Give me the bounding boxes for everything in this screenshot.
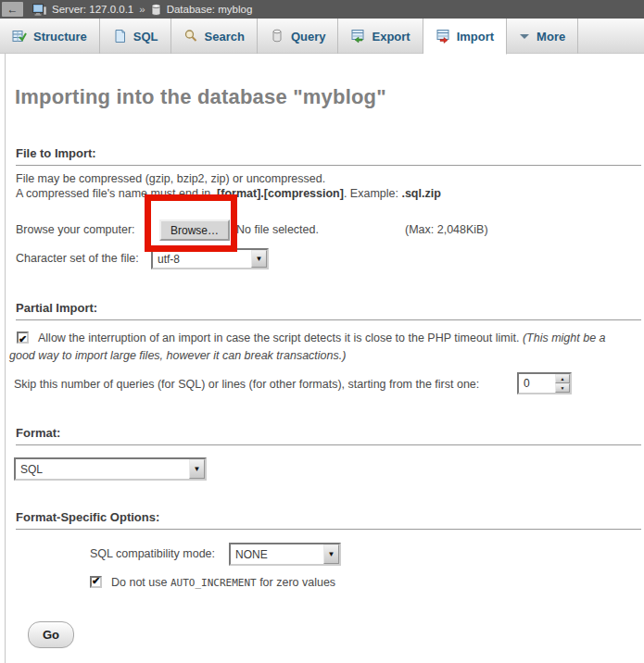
skip-queries-label: Skip this number of queries (for SQL) or… [14, 378, 479, 391]
breadcrumb-database[interactable]: Database: myblog [167, 4, 253, 15]
export-icon [350, 29, 365, 44]
sql-compat-selected-value: NONE [231, 548, 323, 561]
section-heading-file-to-import: File to Import: [16, 146, 641, 166]
tab-label: SQL [133, 30, 158, 44]
content-left-border [5, 54, 6, 663]
charset-label: Character set of the file: [16, 252, 139, 265]
tab-label: Search [205, 30, 245, 44]
tab-bar: Structure SQL Search Query Export [0, 19, 644, 54]
tab-query[interactable]: Query [258, 19, 339, 54]
zero-values-code: AUTO_INCREMENT [170, 577, 257, 589]
dropdown-arrow-icon[interactable]: ▼ [189, 459, 205, 479]
dropdown-arrow-icon[interactable]: ▼ [251, 250, 267, 268]
charset-selected-value: utf-8 [153, 253, 251, 266]
allow-interruption-checkbox[interactable] [17, 332, 29, 344]
browse-label: Browse your computer: [16, 223, 135, 236]
tab-import[interactable]: Import [423, 19, 507, 55]
breadcrumb-separator: » [139, 4, 145, 15]
zero-values-row: Do not use AUTO_INCREMENT for zero value… [90, 576, 335, 589]
tab-structure[interactable]: Structure [0, 19, 100, 54]
go-button[interactable]: Go [28, 621, 74, 648]
section-heading-format-specific: Format-Specific Options: [16, 510, 641, 530]
server-icon [32, 4, 46, 16]
back-button[interactable]: ← [2, 2, 23, 17]
compression-info-line1: File may be compressed (gzip, bzip2, zip… [16, 172, 325, 185]
sql-compat-label: SQL compatibility mode: [90, 547, 215, 560]
spinner-down-icon[interactable]: ▼ [555, 383, 570, 393]
line2-mid: . Example: [344, 187, 402, 200]
tab-search[interactable]: Search [171, 19, 258, 54]
breadcrumb-bar: ← Server: 127.0.0.1 » Database: myblog [0, 0, 644, 19]
breadcrumb-server[interactable]: Server: 127.0.0.1 [52, 4, 133, 15]
phpmyadmin-import-page: ← Server: 127.0.0.1 » Database: myblog S… [0, 0, 644, 663]
structure-icon [12, 29, 27, 44]
zero-values-label-suffix: for zero values [257, 576, 335, 589]
tab-label: Query [291, 30, 326, 44]
tab-label: More [537, 30, 565, 44]
format-select[interactable]: SQL ▼ [14, 457, 207, 481]
sql-compat-select[interactable]: NONE ▼ [229, 543, 341, 566]
tab-export[interactable]: Export [338, 19, 423, 54]
dropdown-arrow-icon[interactable]: ▼ [323, 544, 339, 564]
back-arrow-icon: ← [7, 3, 19, 16]
page-title: Importing into the database "myblog" [15, 85, 386, 109]
section-heading-format: Format: [16, 426, 641, 445]
tab-sql[interactable]: SQL [100, 19, 171, 54]
query-icon [270, 29, 284, 44]
no-file-selected-text: No file selected. [236, 223, 319, 236]
spinner-up-icon[interactable]: ▲ [555, 374, 570, 383]
max-size-text: (Max: 2,048KiB) [405, 223, 488, 236]
allow-interruption-label: Allow the interruption of an import in c… [38, 332, 523, 344]
skip-queries-input[interactable]: 0 ▲ ▼ [517, 372, 572, 394]
tab-label: Import [457, 30, 494, 44]
database-icon [151, 4, 161, 16]
line2-example: .sql.zip [401, 187, 440, 200]
zero-values-label-prefix: Do not use [111, 576, 170, 589]
search-icon [183, 29, 198, 44]
zero-values-checkbox[interactable] [90, 576, 102, 588]
skip-queries-value: 0 [519, 374, 555, 393]
chevron-down-icon [519, 29, 530, 44]
tab-label: Structure [33, 30, 87, 44]
format-selected-value: SQL [16, 463, 189, 476]
tab-more[interactable]: More [507, 19, 578, 54]
sql-icon [112, 29, 127, 44]
section-heading-partial-import: Partial Import: [16, 301, 641, 320]
import-icon [436, 29, 450, 44]
annotation-red-box [145, 194, 237, 252]
tab-label: Export [372, 30, 410, 44]
allow-interruption-row: Allow the interruption of an import in c… [9, 330, 632, 365]
